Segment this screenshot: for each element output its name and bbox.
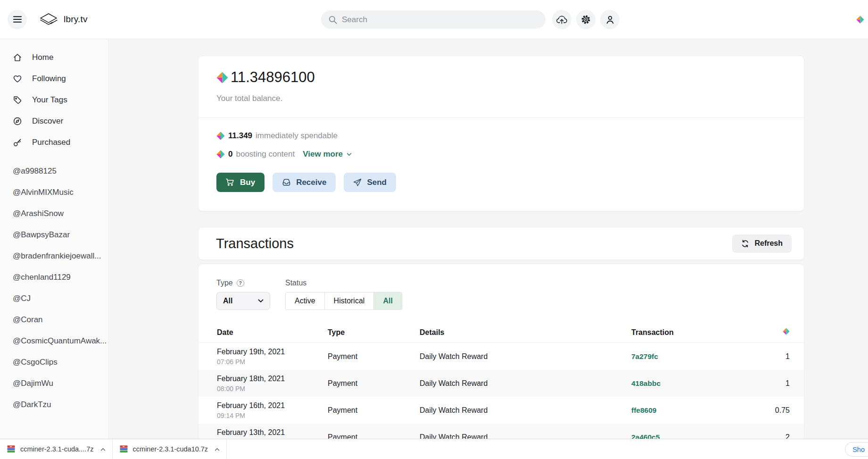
channel-link[interactable]: @DajimWu bbox=[0, 373, 108, 394]
lbc-icon bbox=[216, 72, 228, 83]
boosting-row: 0 boosting content View more bbox=[216, 150, 786, 159]
channel-link[interactable]: @chenland1129 bbox=[0, 267, 108, 288]
download-filename: ccminer-2.3.1-cuda10.7z bbox=[133, 445, 208, 453]
channel-link[interactable]: @ArashiSnow bbox=[0, 203, 108, 224]
upload-button[interactable] bbox=[552, 10, 571, 29]
view-more-button[interactable]: View more bbox=[303, 150, 352, 159]
table-row: February 19th, 2021 07:06 PM Payment Dai… bbox=[198, 343, 804, 370]
search-icon bbox=[329, 16, 337, 24]
chevron-up-icon[interactable] bbox=[100, 448, 106, 451]
status-option-all[interactable]: All bbox=[374, 292, 401, 309]
balance-section: 11.34896100 Your total balance. bbox=[198, 56, 804, 117]
sidebar-item-label: Your Tags bbox=[32, 95, 67, 105]
tx-id-link[interactable]: 418abbc bbox=[631, 379, 763, 388]
tx-type: Payment bbox=[328, 406, 420, 415]
brand-name: lbry.tv bbox=[64, 14, 88, 25]
col-header-date: Date bbox=[217, 328, 328, 337]
sidebar-item-home[interactable]: Home bbox=[0, 47, 108, 68]
channel-link[interactable]: @Coran bbox=[0, 309, 108, 330]
header-balance-button[interactable] bbox=[856, 16, 864, 25]
date-cell: February 18th, 2021 08:00 PM bbox=[217, 375, 328, 392]
col-header-amount bbox=[783, 328, 790, 337]
tx-details: Daily Watch Reward bbox=[420, 352, 631, 361]
channel-link[interactable]: @a9988125 bbox=[0, 160, 108, 182]
table-body: February 19th, 2021 07:06 PM Payment Dai… bbox=[198, 343, 804, 451]
buy-button[interactable]: Buy bbox=[216, 173, 265, 192]
key-icon bbox=[13, 138, 22, 147]
view-more-label: View more bbox=[303, 150, 343, 159]
sidebar-item-your-tags[interactable]: Your Tags bbox=[0, 89, 108, 110]
tx-amount: 1 bbox=[763, 352, 790, 361]
lbc-icon bbox=[216, 132, 225, 140]
channel-link[interactable]: @CsgoClips bbox=[0, 351, 108, 373]
balance-caption: Your total balance. bbox=[216, 94, 786, 103]
browser-downloads-bar: ccminer-2.3.1-cuda....7z ccminer-2.3.1-c… bbox=[0, 439, 868, 459]
winrar-file-icon bbox=[120, 445, 128, 453]
channel-link[interactable]: @BawpsyBazar bbox=[0, 224, 108, 245]
send-plane-icon bbox=[353, 178, 362, 187]
table-header-row: Date Type Details Transaction bbox=[198, 322, 804, 343]
refresh-button[interactable]: Refresh bbox=[732, 234, 792, 253]
hamburger-menu-button[interactable] bbox=[8, 10, 27, 29]
tx-type: Payment bbox=[328, 352, 420, 361]
tx-id-link[interactable]: 7a279fc bbox=[631, 352, 763, 361]
date-cell: February 16th, 2021 09:14 PM bbox=[217, 401, 328, 419]
sidebar-item-label: Following bbox=[32, 74, 66, 83]
type-select-value: All bbox=[223, 297, 232, 305]
cloud-upload-icon bbox=[556, 15, 567, 25]
search-input[interactable] bbox=[342, 15, 538, 25]
boosting-label: boosting content bbox=[236, 150, 295, 159]
sidebar-item-discover[interactable]: Discover bbox=[0, 110, 108, 132]
sidebar-item-label: Home bbox=[32, 53, 53, 62]
send-button[interactable]: Send bbox=[344, 173, 396, 192]
sidebar: Home Following Your Tags Discover Purcha… bbox=[0, 40, 108, 459]
type-filter: Type ? All bbox=[216, 279, 270, 310]
status-segmented-control: Active Historical All bbox=[285, 292, 402, 310]
header-actions bbox=[552, 10, 620, 29]
channel-link[interactable]: @bradenfrankiejoewall... bbox=[0, 245, 108, 267]
col-header-transaction: Transaction bbox=[631, 328, 763, 337]
send-label: Send bbox=[367, 178, 387, 187]
download-filename: ccminer-2.3.1-cuda....7z bbox=[20, 445, 94, 453]
channel-link[interactable]: @CJ bbox=[0, 288, 108, 309]
sidebar-item-following[interactable]: Following bbox=[0, 68, 108, 89]
brand-home-link[interactable]: lbry.tv bbox=[40, 13, 88, 26]
download-item[interactable]: ccminer-2.3.1-cuda....7z bbox=[0, 439, 113, 459]
tx-amount: 1 bbox=[763, 379, 790, 388]
spendable-label: immediately spendable bbox=[256, 131, 338, 141]
tx-date: February 18th, 2021 bbox=[217, 375, 328, 383]
top-header: lbry.tv bbox=[0, 0, 868, 39]
hamburger-icon bbox=[13, 16, 22, 23]
tx-details: Daily Watch Reward bbox=[420, 379, 631, 388]
tx-type: Payment bbox=[328, 379, 420, 388]
lbc-icon bbox=[783, 328, 790, 335]
help-icon[interactable]: ? bbox=[237, 279, 244, 287]
account-button[interactable] bbox=[600, 10, 620, 29]
status-option-historical[interactable]: Historical bbox=[325, 292, 374, 309]
refresh-label: Refresh bbox=[754, 239, 783, 248]
transactions-table: Date Type Details Transaction February 1… bbox=[198, 322, 804, 451]
status-option-active[interactable]: Active bbox=[286, 292, 325, 309]
search-bar bbox=[321, 10, 546, 29]
spendable-row: 11.349 immediately spendable bbox=[216, 131, 786, 141]
chevron-up-icon[interactable] bbox=[215, 448, 220, 451]
show-all-downloads-button[interactable]: Sho bbox=[845, 442, 868, 457]
balance-breakdown-section: 11.349 immediately spendable 0 boosting … bbox=[198, 118, 804, 211]
spendable-amount: 11.349 bbox=[228, 131, 252, 141]
receive-button[interactable]: Receive bbox=[273, 173, 336, 192]
channel-link[interactable]: @CosmicQuantumAwak... bbox=[0, 330, 108, 351]
status-filter-label: Status bbox=[285, 279, 306, 287]
tx-time: 09:14 PM bbox=[217, 412, 328, 419]
settings-button[interactable] bbox=[576, 10, 595, 29]
lbc-icon bbox=[216, 150, 225, 159]
transaction-filters: Type ? All Status Active Historical A bbox=[198, 279, 804, 310]
channel-link[interactable]: @AlvinMIXMusic bbox=[0, 182, 108, 203]
tx-id-link[interactable]: ffe8609 bbox=[631, 406, 763, 415]
download-item[interactable]: ccminer-2.3.1-cuda10.7z bbox=[113, 439, 227, 459]
type-select[interactable]: All bbox=[216, 292, 270, 310]
inbox-icon bbox=[282, 178, 291, 186]
person-icon bbox=[605, 15, 615, 25]
channel-link[interactable]: @DarkTzu bbox=[0, 394, 108, 415]
tx-date: February 16th, 2021 bbox=[217, 401, 328, 410]
sidebar-item-purchased[interactable]: Purchased bbox=[0, 132, 108, 153]
